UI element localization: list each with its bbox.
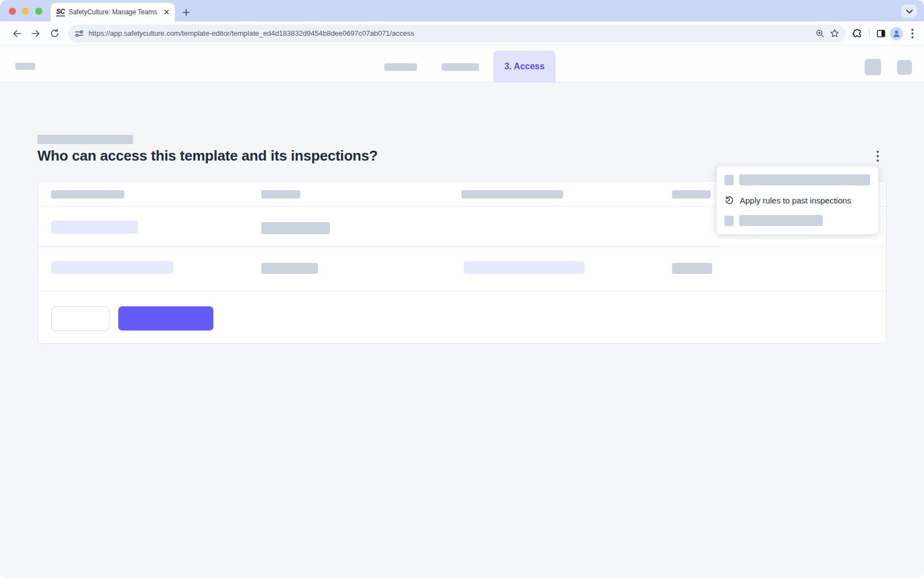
url-text[interactable]: https://app.safetyculture.com/template-e… <box>89 29 811 37</box>
skeleton-cell <box>672 263 712 274</box>
skeleton-col-header-2 <box>261 190 300 199</box>
close-tab-icon[interactable] <box>163 8 170 16</box>
access-page-content: Who can access this template and its ins… <box>0 82 924 578</box>
browser-menu-kebab-icon[interactable] <box>906 25 919 42</box>
reload-icon[interactable] <box>45 24 64 43</box>
page-options-kebab-icon[interactable] <box>872 149 884 163</box>
table-row <box>38 247 886 291</box>
minimize-window-button[interactable] <box>22 8 29 15</box>
forward-icon[interactable] <box>26 24 45 43</box>
skeleton-col-header-1 <box>51 190 124 199</box>
menu-item-apply-rules[interactable]: Apply rules to past inspections <box>724 194 871 207</box>
extensions-icon[interactable] <box>852 28 863 39</box>
skeleton-col-header-4 <box>672 190 711 199</box>
tab-search-button[interactable] <box>901 4 917 18</box>
skeleton-chip <box>51 221 138 234</box>
menu-item-label: Apply rules to past inspections <box>740 196 851 205</box>
skeleton-step-2-tab <box>442 63 479 71</box>
zoom-page-icon[interactable] <box>815 29 825 38</box>
window-controls <box>9 8 42 15</box>
skeleton-header-action-1 <box>865 59 881 75</box>
skeleton-logo <box>15 63 35 70</box>
browser-tab-strip: SC SafetyCulture: Manage Teams and... <box>0 0 924 21</box>
new-tab-button[interactable] <box>182 8 190 16</box>
bookmark-star-icon[interactable] <box>829 28 840 38</box>
browser-window: SC SafetyCulture: Manage Teams and... <box>0 0 924 578</box>
profile-avatar[interactable] <box>890 27 903 40</box>
skeleton-menu-label <box>739 215 823 226</box>
skeleton-header-action-2 <box>897 60 912 75</box>
skeleton-col-header-3 <box>461 190 563 199</box>
browser-tab[interactable]: SC SafetyCulture: Manage Teams and... <box>51 3 175 21</box>
tab-access-step[interactable]: 3. Access <box>493 51 556 82</box>
history-clock-icon <box>724 195 734 205</box>
skeleton-cell <box>261 222 330 234</box>
skeleton-menu-label <box>739 174 870 185</box>
template-editor-header: 3. Access <box>0 46 924 82</box>
skeleton-section-label <box>37 135 133 144</box>
toolbar-actions <box>852 25 919 42</box>
maximize-window-button[interactable] <box>35 8 42 15</box>
close-window-button[interactable] <box>9 8 16 15</box>
side-panel-icon[interactable] <box>876 28 887 39</box>
menu-item-skeleton <box>724 214 871 227</box>
page-title: Who can access this template and its ins… <box>37 147 378 164</box>
skeleton-chip <box>51 261 173 274</box>
browser-toolbar: https://app.safetyculture.com/template-e… <box>0 21 924 46</box>
skeleton-menu-icon <box>724 175 734 185</box>
skeleton-cell <box>261 263 318 274</box>
url-bar[interactable]: https://app.safetyculture.com/template-e… <box>68 25 845 42</box>
back-icon[interactable] <box>8 24 26 43</box>
site-settings-icon[interactable] <box>74 29 84 38</box>
primary-button[interactable] <box>118 306 213 331</box>
tab-title: SafetyCulture: Manage Teams and... <box>69 8 159 16</box>
skeleton-menu-icon <box>724 216 734 226</box>
toolbar-divider <box>869 29 870 38</box>
options-context-menu: Apply rules to past inspections <box>717 166 878 234</box>
safetyculture-favicon-icon: SC <box>56 8 65 16</box>
skeleton-chip <box>464 261 585 274</box>
card-footer <box>38 291 886 344</box>
secondary-button[interactable] <box>51 306 109 331</box>
skeleton-step-1-tab <box>384 63 417 71</box>
menu-item-skeleton <box>724 173 871 186</box>
